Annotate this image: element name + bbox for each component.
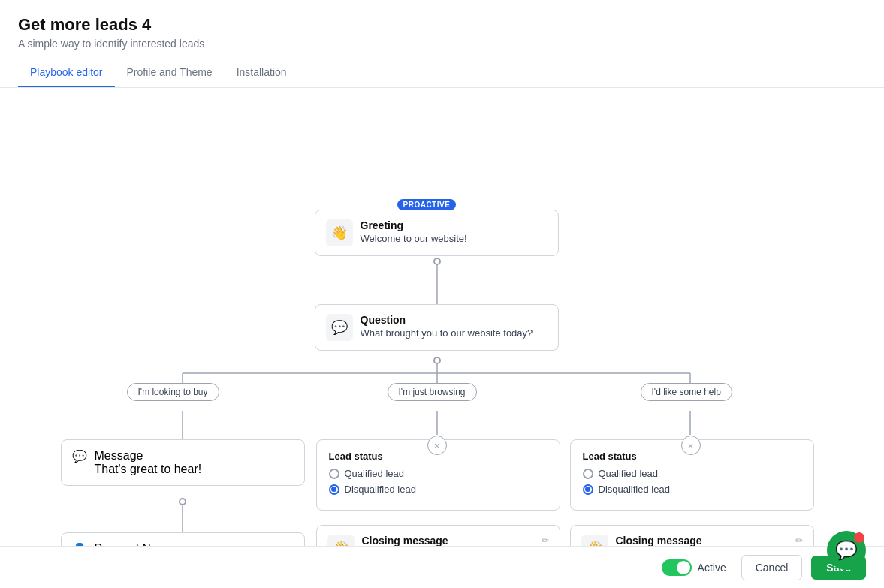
page-title: Get more leads 4 — [18, 15, 866, 35]
chat-notification-badge — [854, 532, 864, 543]
closing-browsing-icon: 👋 — [327, 535, 355, 546]
message-icon: 💬 — [72, 449, 87, 463]
lead-status-help-option-qualified[interactable]: Qualified lead — [583, 468, 801, 479]
proactive-badge: PROACTIVE — [397, 199, 457, 210]
chat-bubble[interactable]: 💬 — [827, 531, 866, 570]
tab-profile-theme[interactable]: Profile and Theme — [115, 59, 225, 87]
closing-help[interactable]: 👋 Closing message ✏ Thanks for reaching … — [570, 525, 814, 546]
branch-browsing[interactable]: I'm just browsing — [388, 383, 477, 401]
edit-closing-help[interactable]: ✏ — [795, 535, 803, 546]
closing-help-title: Closing message — [616, 535, 702, 546]
closing-browsing[interactable]: 👋 Closing message ✏ Cool, I'm here if yo… — [316, 525, 560, 546]
close-center[interactable]: × — [427, 436, 447, 455]
greeting-title: Greeting — [361, 219, 467, 231]
tab-installation[interactable]: Installation — [225, 59, 299, 87]
active-label: Active — [698, 562, 726, 574]
question-icon: 💬 — [326, 314, 353, 341]
disqualified-label-browsing: Disqualified lead — [345, 484, 416, 495]
tab-playbook-editor[interactable]: Playbook editor — [18, 59, 115, 87]
question-body: What brought you to our website today? — [361, 327, 533, 339]
qualified-label-browsing: Qualified lead — [345, 468, 405, 479]
lead-status-help-option-disqualified[interactable]: Disqualified lead — [583, 484, 801, 495]
greeting-icon: 👋 — [326, 219, 353, 246]
person-node[interactable]: 👤 Person | Name Could I have your name? — [61, 532, 305, 546]
connector-dot-1 — [433, 258, 441, 265]
connector-dot-2 — [433, 357, 441, 364]
header: Get more leads 4 A simple way to identif… — [0, 0, 884, 88]
message-node[interactable]: 💬 Message That's great to hear! — [61, 439, 305, 486]
qualified-label-help: Qualified lead — [599, 468, 659, 479]
footer: Active Cancel Save — [0, 546, 884, 588]
tabs: Playbook editor Profile and Theme Instal… — [18, 59, 866, 87]
lead-status-browsing-option-disqualified[interactable]: Disqualified lead — [329, 484, 548, 495]
branch-buy[interactable]: I'm looking to buy — [127, 383, 219, 401]
connector-dot-3 — [179, 498, 186, 505]
cancel-button[interactable]: Cancel — [741, 555, 803, 580]
question-node[interactable]: 💬 Question What brought you to our websi… — [315, 304, 559, 351]
active-toggle-group: Active — [662, 559, 726, 576]
person-icon: 👤 — [72, 542, 87, 546]
radio-qualified-browsing[interactable] — [329, 469, 339, 479]
question-title: Question — [361, 314, 533, 326]
branch-help[interactable]: I'd like some help — [641, 383, 732, 401]
page-subtitle: A simple way to identify interested lead… — [18, 38, 866, 50]
edit-closing-browsing[interactable]: ✏ — [542, 535, 549, 546]
radio-disqualified-browsing[interactable] — [329, 484, 339, 495]
closing-browsing-title: Closing message — [362, 535, 448, 546]
disqualified-label-help: Disqualified lead — [599, 484, 670, 495]
person-title: Person | Name — [95, 542, 229, 546]
greeting-node[interactable]: 👋 Greeting Welcome to our website! — [315, 210, 559, 256]
lead-status-browsing-option-qualified[interactable]: Qualified lead — [329, 468, 548, 479]
closing-help-icon: 👋 — [581, 535, 608, 546]
radio-disqualified-help[interactable] — [583, 484, 593, 495]
radio-qualified-help[interactable] — [583, 469, 593, 479]
message-title: Message — [95, 449, 202, 463]
greeting-body: Welcome to our website! — [361, 233, 467, 244]
close-right[interactable]: × — [681, 436, 701, 455]
message-body: That's great to hear! — [95, 463, 202, 476]
chat-bubble-icon: 💬 — [835, 540, 858, 561]
canvas: PROACTIVE 👋 Greeting Welcome to our webs… — [0, 88, 884, 546]
active-toggle[interactable] — [662, 559, 692, 576]
